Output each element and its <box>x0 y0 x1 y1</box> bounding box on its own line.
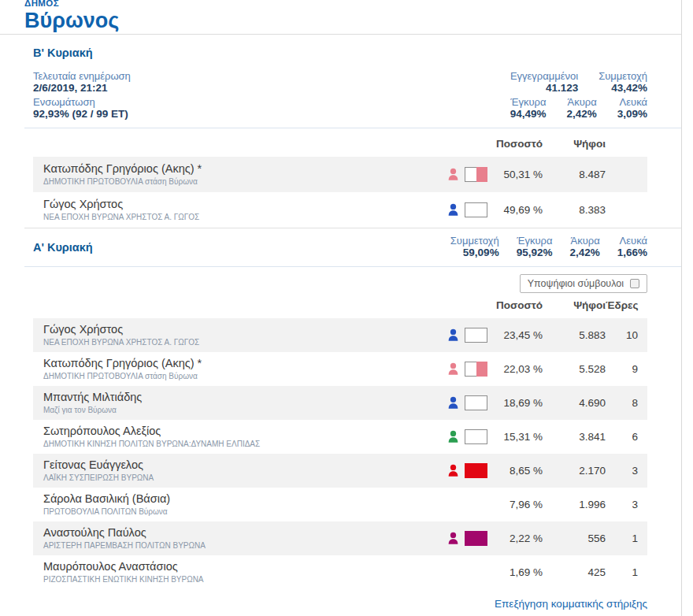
round-b-title: Β' Κυριακή <box>33 46 647 59</box>
round-b-rows: Κατωπόδης Γρηγόριος (Ακης) * ΔΗΜΟΤΙΚΗ ΠΡ… <box>33 157 647 228</box>
candidate-name: Γώγος Χρήστος <box>43 323 423 336</box>
party-box-icon <box>465 531 487 546</box>
municipality-name: Βύρωνος <box>24 9 681 32</box>
candidate-name: Κατωπόδης Γρηγόριος (Ακης) * <box>43 162 423 176</box>
round-b-table-header: Ποσοστό Ψήφοι <box>33 128 647 157</box>
candidate-cell: Αναστούλης Παύλος ΑΡΙΣΤΕΡΗ ΠΑΡΕΜΒΑΣΗ ΠΟΛ… <box>33 526 423 551</box>
percent-header: Ποσοστό <box>487 299 543 311</box>
participation-label: Συμμετοχή <box>598 70 647 82</box>
participation-stat: Συμμετοχή 43,42% <box>598 70 647 95</box>
blank-value: 3,09% <box>617 108 647 121</box>
blank-stat: Λευκά 1,66% <box>617 235 647 259</box>
candidate-percent: 50,31 % <box>487 169 543 180</box>
party-support-icons <box>423 167 487 182</box>
votes-header: Ψήφοι <box>543 299 606 311</box>
party-box-icon <box>465 395 487 410</box>
candidate-percent: 8,65 % <box>487 465 543 477</box>
candidate-row[interactable]: Γώγος Χρήστος ΝΕΑ ΕΠΟΧΗ ΒΥΡΩΝΑ ΧΡΗΣΤΟΣ Α… <box>33 318 647 352</box>
votes-header: Ψήφοι <box>543 138 606 150</box>
participation-value: 43,42% <box>598 82 647 95</box>
candidate-votes: 8.383 <box>543 204 606 216</box>
invalid-stat: Άκυρα 2,42% <box>569 235 599 259</box>
party-support-icons <box>423 429 487 444</box>
candidate-percent: 15,31 % <box>487 431 543 443</box>
candidate-party: ΛΑΪΚΗ ΣΥΣΠΕΙΡΩΣΗ ΒΥΡΩΝΑ <box>43 473 423 483</box>
candidate-row[interactable]: Γείτονας Ευάγγελος ΛΑΪΚΗ ΣΥΣΠΕΙΡΩΣΗ ΒΥΡΩ… <box>33 454 647 488</box>
integration-value: 92,93% (92 / 99 ΕΤ) <box>33 108 131 121</box>
candidate-seats: 8 <box>606 397 638 409</box>
candidate-row[interactable]: Μπαντής Μιλτιάδης Μαζί για τον Βύρωνα 18… <box>33 386 647 420</box>
candidate-votes: 5.883 <box>543 329 606 341</box>
party-box-icon <box>465 429 487 444</box>
registered-value: 41.123 <box>510 82 578 95</box>
candidate-votes: 425 <box>543 566 606 578</box>
round-a-title: Α' Κυριακή <box>33 241 93 254</box>
candidate-row[interactable]: Σωτηρόπουλος Αλεξίος ΔΗΜΟΤΙΚΗ ΚΙΝΗΣΗ ΠΟΛ… <box>33 420 647 454</box>
candidate-party: Μαζί για τον Βύρωνα <box>43 406 423 415</box>
candidate-cell: Σωτηρόπουλος Αλεξίος ΔΗΜΟΤΙΚΗ ΚΙΝΗΣΗ ΠΟΛ… <box>33 425 423 449</box>
candidate-votes: 8.487 <box>543 169 606 180</box>
section-round-b: Β' Κυριακή Τελευταία ενημέρωση 2/6/2019,… <box>0 46 681 128</box>
round-b-stats-right: Εγγεγραμμένοι 41.123 Συμμετοχή 43,42% Έγ… <box>510 70 647 122</box>
candidate-seats: 3 <box>606 499 638 510</box>
candidate-percent: 49,69 % <box>487 204 543 216</box>
candidate-row[interactable]: Μαυρόπουλος Αναστάσιος ΡΙΖΟΣΠΑΣΤΙΚΗ ΕΝΩΤ… <box>33 555 647 589</box>
person-icon <box>446 202 461 217</box>
candidate-cell: Μαυρόπουλος Αναστάσιος ΡΙΖΟΣΠΑΣΤΙΚΗ ΕΝΩΤ… <box>33 560 423 584</box>
candidate-name: Κατωπόδης Γρηγόριος (Ακης) * <box>43 357 423 370</box>
footer: Επεξήγηση κομματικής στήριξης * νυν δήμα… <box>0 589 681 616</box>
candidate-party: ΑΡΙΣΤΕΡΗ ΠΑΡΕΜΒΑΣΗ ΠΟΛΙΤΩΝ ΒΥΡΩΝΑ <box>43 541 423 551</box>
candidate-votes: 3.841 <box>543 431 606 443</box>
party-box-icon <box>465 362 487 377</box>
section-round-a: Α' Κυριακή Συμμετοχή 59,09% Έγκυρα 95,92… <box>0 228 681 266</box>
candidate-name: Σάρολα Βασιλική (Βάσια) <box>43 492 423 506</box>
party-support-legend-link[interactable]: Επεξήγηση κομματικής στήριξης <box>495 598 647 610</box>
party-support-icons <box>423 531 487 546</box>
round-a-stats: Συμμετοχή 59,09% Έγκυρα 95,92% Άκυρα 2,4… <box>450 235 647 259</box>
round-b-stats: Τελευταία ενημέρωση 2/6/2019, 21:21 Ενσω… <box>33 70 647 128</box>
percent-header: Ποσοστό <box>487 138 543 150</box>
invalid-value: 2,42% <box>566 108 596 121</box>
seats-header: Έδρες <box>606 299 638 311</box>
checkbox-icon[interactable] <box>630 279 639 288</box>
candidate-row[interactable]: Σάρολα Βασιλική (Βάσια) ΠΡΩΤΟΒΟΥΛΙΑ ΠΟΛΙ… <box>33 488 647 521</box>
integration-stat: Ενσωμάτωση 92,93% (92 / 99 ΕΤ) <box>33 96 131 121</box>
municipality-label: ΔΗΜΟΣ <box>24 0 681 8</box>
candidate-votes: 556 <box>543 533 606 544</box>
candidate-row[interactable]: Αναστούλης Παύλος ΑΡΙΣΤΕΡΗ ΠΑΡΕΜΒΑΣΗ ΠΟΛ… <box>33 521 647 555</box>
candidate-cell: Κατωπόδης Γρηγόριος (Ακης) * ΔΗΜΟΤΙΚΗ ΠΡ… <box>33 162 423 187</box>
invalid-label: Άκυρα <box>566 96 596 108</box>
party-support-icons <box>423 202 487 217</box>
candidate-seats: 10 <box>606 329 638 341</box>
candidate-cell: Κατωπόδης Γρηγόριος (Ακης) * ΔΗΜΟΤΙΚΗ ΠΡ… <box>33 357 423 381</box>
valid-value: 94,49% <box>510 108 547 121</box>
last-update-stat: Τελευταία ενημέρωση 2/6/2019, 21:21 <box>33 70 131 95</box>
invalid-value: 2,42% <box>569 247 599 259</box>
candidate-name: Αναστούλης Παύλος <box>43 526 423 540</box>
candidate-percent: 23,45 % <box>487 329 543 341</box>
candidate-party: ΔΗΜΟΤΙΚΗ ΠΡΩΤΟΒΟΥΛΙΑ στάση Βύρωνα <box>43 372 423 381</box>
candidate-percent: 18,69 % <box>487 397 543 409</box>
candidate-row[interactable]: Γώγος Χρήστος ΝΕΑ ΕΠΟΧΗ ΒΥΡΩΝΑ ΧΡΗΣΤΟΣ Α… <box>33 192 647 228</box>
toggle-row: Υποψήφιοι σύμβουλοι <box>33 274 647 293</box>
party-support-icons <box>423 362 487 377</box>
candidate-row[interactable]: Κατωπόδης Γρηγόριος (Ακης) * ΔΗΜΟΤΙΚΗ ΠΡ… <box>33 157 647 192</box>
election-results-page: ΔΗΜΟΣ Βύρωνος Β' Κυριακή Τελευταία ενημέ… <box>0 0 693 616</box>
valid-value: 95,92% <box>517 247 553 259</box>
candidate-votes: 2.170 <box>543 465 606 477</box>
candidate-councillors-toggle[interactable]: Υποψήφιοι σύμβουλοι <box>520 274 647 293</box>
content-panel: ΔΗΜΟΣ Βύρωνος Β' Κυριακή Τελευταία ενημέ… <box>0 0 682 616</box>
candidate-party: ΝΕΑ ΕΠΟΧΗ ΒΥΡΩΝΑ ΧΡΗΣΤΟΣ Α. ΓΩΓΟΣ <box>43 338 423 347</box>
candidate-cell: Γώγος Χρήστος ΝΕΑ ΕΠΟΧΗ ΒΥΡΩΝΑ ΧΡΗΣΤΟΣ Α… <box>33 198 423 222</box>
candidate-seats: 1 <box>606 533 638 544</box>
registered-participation-row: Εγγεγραμμένοι 41.123 Συμμετοχή 43,42% <box>510 70 647 95</box>
candidate-name: Μπαντής Μιλτιάδης <box>43 391 423 404</box>
person-icon <box>446 362 461 377</box>
blank-label: Λευκά <box>617 96 647 108</box>
round-b-stats-left: Τελευταία ενημέρωση 2/6/2019, 21:21 Ενσω… <box>33 70 131 122</box>
invalid-stat: Άκυρα 2,42% <box>566 96 596 121</box>
toggle-label: Υποψήφιοι σύμβουλοι <box>528 278 624 289</box>
party-box-half <box>476 167 487 182</box>
candidate-row[interactable]: Κατωπόδης Γρηγόριος (Ακης) * ΔΗΜΟΤΙΚΗ ΠΡ… <box>33 352 647 386</box>
candidate-cell: Σάρολα Βασιλική (Βάσια) ΠΡΩΤΟΒΟΥΛΙΑ ΠΟΛΙ… <box>33 492 423 517</box>
